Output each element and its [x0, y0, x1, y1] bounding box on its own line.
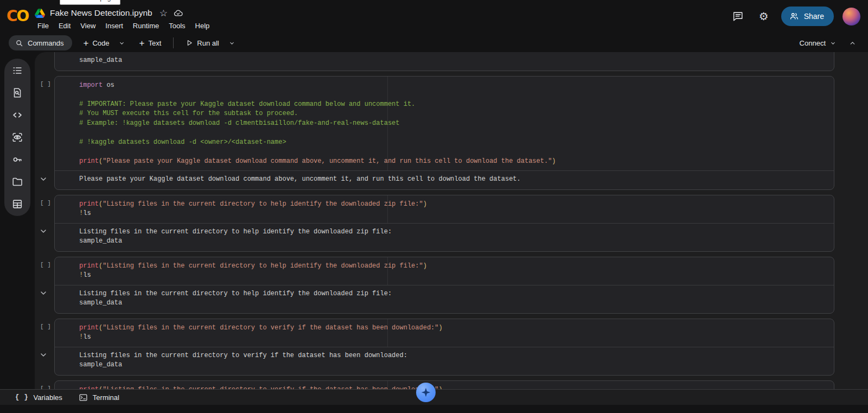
notebook-panel: sample_data[ ]import os # IMPORTANT: Ple…: [35, 52, 868, 389]
terminal-icon: [79, 393, 88, 402]
cell-output: Please paste your Kaggle dataset downloa…: [55, 170, 834, 189]
settings-gear-icon[interactable]: ⚙: [755, 8, 773, 25]
notebook-cell: sample_data: [54, 52, 834, 71]
run-all-button[interactable]: Run all: [180, 35, 224, 50]
cell-exec-indicator[interactable]: [ ]: [40, 385, 51, 390]
share-button[interactable]: Share: [781, 7, 834, 26]
toolbar: Commands + Code + Text Run all Connect: [0, 34, 868, 52]
colab-app: Reload this page CO Fake News Detection.…: [0, 0, 868, 413]
share-people-icon: [789, 11, 800, 21]
data-table-icon[interactable]: [11, 198, 24, 211]
cell-exec-indicator[interactable]: [ ]: [40, 323, 51, 330]
menu-insert[interactable]: Insert: [100, 20, 128, 31]
notebook-cell: [ ]print("Listing files in the current d…: [54, 257, 834, 314]
cell-exec-indicator[interactable]: [ ]: [40, 262, 51, 268]
menu-view[interactable]: View: [75, 20, 100, 31]
add-text-button[interactable]: + Text: [133, 35, 167, 50]
cell-output: Listing files in the current directory t…: [55, 347, 834, 375]
commands-button[interactable]: Commands: [9, 35, 72, 50]
collapse-header-button[interactable]: [847, 35, 858, 50]
eye-scan-icon[interactable]: [11, 131, 24, 144]
menu-help[interactable]: Help: [190, 20, 215, 31]
chevron-down-icon: [229, 40, 235, 46]
plus-icon: +: [83, 39, 88, 48]
table-of-contents-icon[interactable]: [11, 64, 24, 77]
notebook-cell: [ ]print("Listing files in the current d…: [54, 195, 834, 252]
cell-output: Listing files in the current directory t…: [55, 285, 834, 313]
column-ruler: [387, 195, 388, 223]
cell-frame[interactable]: import os # IMPORTANT: Please paste your…: [54, 76, 834, 190]
play-icon: [186, 39, 193, 47]
cell-exec-indicator[interactable]: [ ]: [40, 81, 51, 87]
secrets-key-icon[interactable]: [11, 153, 24, 166]
notebook-cell: [ ]print("Listing files in the current d…: [54, 319, 834, 376]
column-ruler: [387, 319, 388, 347]
find-in-document-icon[interactable]: [11, 86, 24, 99]
notebook-title[interactable]: Fake News Detection.ipynb: [50, 8, 152, 18]
variables-button[interactable]: { } Variables: [15, 393, 62, 402]
collapse-output-icon[interactable]: [39, 351, 48, 359]
collapse-output-icon[interactable]: [39, 289, 48, 297]
notebook-cell: [ ]print("Listing files in the current d…: [54, 380, 834, 390]
cell-frame[interactable]: sample_data: [54, 52, 834, 71]
comments-icon[interactable]: [729, 8, 746, 25]
gemini-spark-button[interactable]: [416, 383, 436, 402]
cell-output: sample_data: [55, 52, 834, 71]
connect-button[interactable]: Connect: [800, 39, 836, 47]
code-editor[interactable]: print("Listing files in the current dire…: [55, 381, 834, 390]
files-folder-icon[interactable]: [11, 175, 24, 188]
code-editor[interactable]: print("Listing files in the current dire…: [55, 319, 834, 347]
code-snippets-icon[interactable]: [11, 109, 24, 122]
plus-icon: +: [139, 39, 144, 48]
chevron-up-icon: [849, 40, 856, 47]
column-ruler: [387, 77, 388, 171]
menu-file[interactable]: File: [33, 20, 54, 31]
header: CO Fake News Detection.ipynb ☆: [0, 0, 868, 34]
collapse-output-icon[interactable]: [39, 227, 48, 236]
code-editor[interactable]: import os # IMPORTANT: Please paste your…: [55, 77, 834, 171]
user-avatar[interactable]: [843, 8, 860, 26]
menu-edit[interactable]: Edit: [54, 20, 75, 31]
chevron-down-icon: [119, 40, 125, 46]
add-code-button[interactable]: + Code: [78, 35, 114, 50]
colab-logo[interactable]: CO: [7, 7, 28, 25]
cell-frame[interactable]: print("Listing files in the current dire…: [54, 380, 834, 390]
sidebar: [4, 59, 30, 216]
collapse-output-icon[interactable]: [39, 175, 48, 183]
notebook-cells: sample_data[ ]import os # IMPORTANT: Ple…: [35, 52, 868, 389]
menubar: File Edit View Insert Runtime Tools Help: [33, 20, 214, 31]
code-editor[interactable]: print("Listing files in the current dire…: [55, 195, 834, 223]
gemini-spark-icon: [420, 386, 432, 398]
cell-output: Listing files in the current directory t…: [55, 223, 834, 251]
column-ruler: [387, 381, 388, 390]
cloud-saved-icon[interactable]: [173, 8, 184, 18]
column-ruler: [387, 257, 388, 285]
toolbar-divider: [173, 37, 174, 48]
search-icon: [15, 39, 23, 47]
menu-runtime[interactable]: Runtime: [128, 20, 164, 31]
browser-tooltip: Reload this page: [60, 0, 120, 5]
braces-icon: { }: [15, 393, 29, 401]
cell-frame[interactable]: print("Listing files in the current dire…: [54, 195, 834, 252]
drive-icon: [35, 9, 45, 18]
star-icon[interactable]: ☆: [159, 9, 168, 18]
run-all-dropdown[interactable]: [227, 35, 237, 50]
chevron-down-icon: [830, 40, 836, 46]
notebook-cell: [ ]import os # IMPORTANT: Please paste y…: [54, 76, 834, 190]
cell-exec-indicator[interactable]: [ ]: [40, 200, 51, 206]
terminal-button[interactable]: Terminal: [79, 393, 119, 402]
menu-tools[interactable]: Tools: [164, 20, 190, 31]
add-code-dropdown[interactable]: [117, 35, 127, 50]
cell-frame[interactable]: print("Listing files in the current dire…: [54, 257, 834, 314]
code-editor[interactable]: print("Listing files in the current dire…: [55, 257, 834, 285]
cell-frame[interactable]: print("Listing files in the current dire…: [54, 319, 834, 376]
